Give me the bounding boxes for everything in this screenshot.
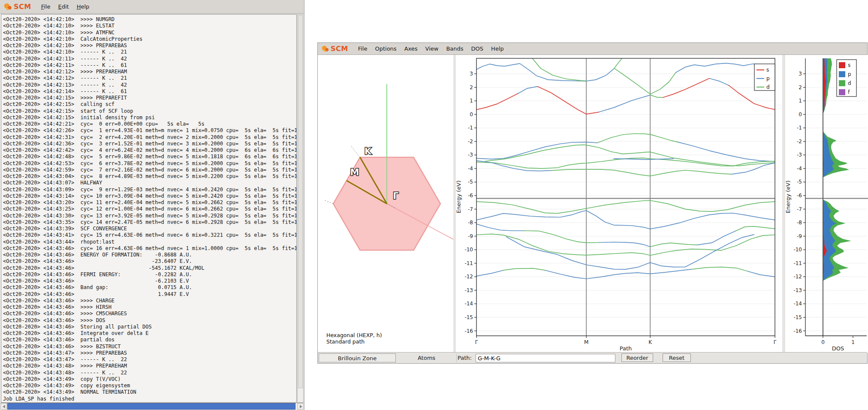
menu-options[interactable]: Options [371,44,400,53]
scm-logo: SCM [3,2,31,12]
svg-text:-13: -13 [793,287,802,293]
svg-text:Energy (eV): Energy (eV) [785,181,791,214]
svg-text:-14: -14 [464,301,473,307]
svg-text:-4: -4 [797,166,802,172]
svg-text:-10: -10 [464,247,473,253]
bandstructure-window: SCM File Options Axes View Bands DOS Hel… [317,42,868,364]
svg-text:-10: -10 [793,247,802,253]
tab-brillouin-zone[interactable]: Brillouin Zone [319,353,396,362]
brillouin-zone-caption: Hexagonal (HEXP, h) Standard path [326,332,382,345]
bandstructure-menubar: SCM File Options Axes View Bands DOS Hel… [318,43,867,55]
menu-bands[interactable]: Bands [442,44,467,53]
svg-text:-5: -5 [797,179,802,185]
svg-text:Path: Path [620,345,632,352]
svg-text:-6: -6 [468,193,473,199]
svg-text:-6: -6 [797,193,802,199]
svg-text:Energy (eV): Energy (eV) [455,181,462,214]
svg-text:K: K [365,146,372,157]
right-arrow-icon [300,405,302,408]
svg-text:-9: -9 [468,233,473,239]
reset-button[interactable]: Reset [663,353,691,362]
svg-text:-4: -4 [468,166,473,172]
svg-text:-2: -2 [797,139,802,145]
vertical-scrollbar-thumb[interactable] [298,15,303,388]
svg-text:-1: -1 [468,125,473,131]
reorder-button[interactable]: Reorder [621,353,653,362]
dos-legend: spdf [837,60,856,96]
svg-text:-12: -12 [464,274,473,280]
svg-text:0: 0 [799,112,802,118]
log-text-area[interactable]: <Oct20-2020> <14:42:10> >>>> NUMGRD <Oct… [1,14,297,403]
log-window-menubar: SCM File Edit Help [0,0,304,14]
svg-text:d: d [766,84,770,90]
bottom-toolbar: Brillouin Zone Atoms Path: Reorder Reset [318,352,867,363]
svg-text:-15: -15 [793,314,802,320]
svg-text:Γ: Γ [393,191,398,201]
svg-text:2: 2 [470,84,473,90]
svg-text:3: 3 [799,71,802,77]
svg-text:-7: -7 [468,206,473,212]
path-label: Path: [458,355,472,361]
menu-edit[interactable]: Edit [54,2,72,11]
bz-caption-line1: Hexagonal (HEXP, h) [326,332,382,338]
svg-text:Γ: Γ [774,339,777,345]
menu-file[interactable]: File [37,2,54,11]
menu-axes[interactable]: Axes [401,44,422,53]
svg-text:-3: -3 [468,152,473,158]
bz-caption-line2: Standard path [326,338,382,345]
svg-text:1: 1 [851,339,855,345]
svg-text:Γ: Γ [475,339,478,345]
svg-text:s: s [848,62,850,68]
band-legend: spd [754,64,775,90]
svg-text:d: d [848,80,851,86]
svg-text:-8: -8 [468,220,473,226]
svg-text:-15: -15 [464,314,473,320]
svg-text:1: 1 [470,98,473,104]
svg-text:-16: -16 [464,328,473,334]
scroll-left-button[interactable] [0,403,7,410]
svg-text:2: 2 [799,84,802,90]
svg-text:-5: -5 [468,179,473,185]
left-arrow-icon [3,405,5,408]
svg-text:1: 1 [799,98,802,104]
log-horizontal-scrollbar[interactable] [0,403,304,410]
scm-logo: SCM [321,45,348,53]
svg-text:-16: -16 [793,328,802,334]
scm-logo-icon [3,2,13,12]
svg-text:-3: -3 [797,152,802,158]
horizontal-scrollbar-thumb[interactable] [7,403,295,410]
scroll-right-button[interactable] [297,403,304,410]
svg-text:-11: -11 [464,260,473,266]
svg-text:-14: -14 [793,301,802,307]
path-input[interactable] [476,354,615,362]
menu-help[interactable]: Help [487,44,508,53]
svg-text:K: K [648,339,652,345]
svg-text:0: 0 [821,339,825,345]
svg-text:M: M [584,339,588,345]
svg-text:-8: -8 [797,220,802,226]
log-vertical-scrollbar[interactable] [297,14,304,403]
svg-text:s: s [766,67,769,73]
menu-help[interactable]: Help [73,2,93,11]
menu-dos[interactable]: DOS [467,44,488,53]
menu-view[interactable]: View [422,44,443,53]
svg-text:p: p [848,71,851,77]
svg-text:M: M [350,167,359,178]
svg-text:DOS: DOS [832,345,844,352]
plots-area[interactable]: KMΓ3210-1-2-3-4-5-6-7-8-9-10-11-12-13-14… [318,55,868,353]
svg-text:p: p [766,75,770,81]
svg-text:-2: -2 [468,139,473,145]
log-text: <Oct20-2020> <14:42:10> >>>> NUMGRD <Oct… [1,15,296,402]
log-window: SCM File Edit Help <Oct20-2020> <14:42:1… [0,0,304,410]
tab-atoms[interactable]: Atoms [397,353,457,362]
svg-text:-13: -13 [464,287,473,293]
svg-text:-11: -11 [793,260,802,266]
svg-text:3: 3 [470,71,473,77]
plots-svg: KMΓ3210-1-2-3-4-5-6-7-8-9-10-11-12-13-14… [318,55,868,353]
svg-text:0: 0 [470,112,473,118]
svg-text:-9: -9 [797,233,802,239]
scm-logo-icon [321,45,330,53]
svg-text:-12: -12 [793,274,802,280]
scm-logo-text: SCM [14,3,31,11]
menu-file[interactable]: File [354,44,371,53]
